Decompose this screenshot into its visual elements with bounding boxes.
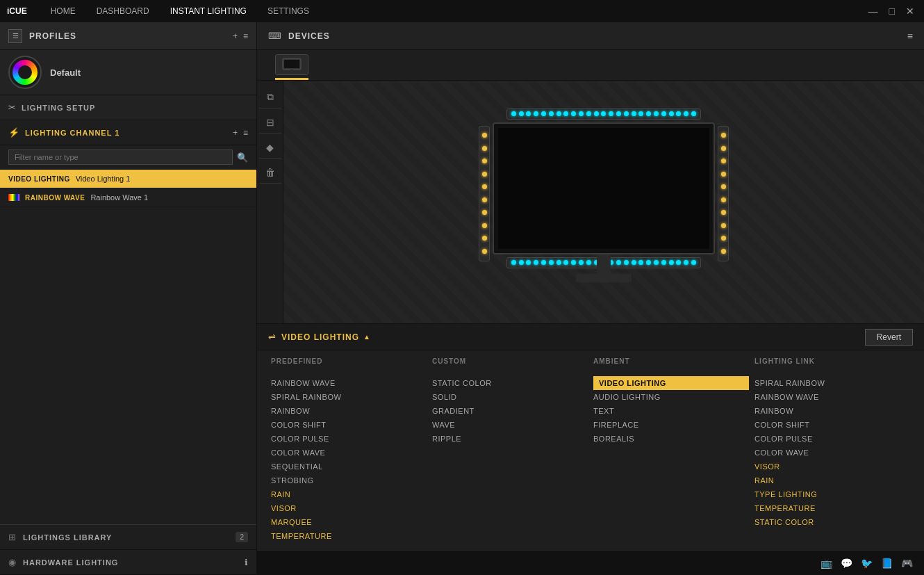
effect-type-label-2: RAINBOW WAVE bbox=[25, 194, 85, 202]
search-button[interactable]: 🔍 bbox=[237, 152, 248, 163]
footer-icon-twitch[interactable]: 📺 bbox=[820, 558, 832, 569]
effect-ll-color-shift[interactable]: COLOR SHIFT bbox=[754, 418, 910, 432]
effect-visor[interactable]: VISOR bbox=[271, 501, 427, 515]
effect-gradient[interactable]: GRADIENT bbox=[432, 404, 588, 418]
led-dot-b bbox=[624, 260, 629, 265]
led-dot-yellow bbox=[482, 223, 487, 228]
effect-solid[interactable]: SOLID bbox=[432, 390, 588, 404]
tool-delete[interactable]: 🗑 bbox=[259, 161, 281, 184]
effect-text[interactable]: TEXT bbox=[593, 404, 749, 418]
close-button[interactable]: ✕ bbox=[903, 4, 917, 18]
effect-ripple[interactable]: RIPPLE bbox=[432, 432, 588, 446]
library-icon: ⊞ bbox=[8, 532, 16, 542]
effect-ll-visor[interactable]: VISOR bbox=[754, 460, 910, 473]
effect-rain[interactable]: RAIN bbox=[271, 487, 427, 501]
effect-video-lighting[interactable]: VIDEO LIGHTING bbox=[593, 376, 749, 390]
dropdown-arrow-icon[interactable]: ▲ bbox=[363, 333, 370, 341]
filter-input[interactable] bbox=[8, 149, 233, 165]
revert-button[interactable]: Revert bbox=[865, 329, 913, 346]
effect-ll-rainbow[interactable]: RAINBOW bbox=[754, 404, 910, 418]
monitor-body bbox=[493, 122, 715, 254]
led-dot-yellow bbox=[482, 184, 487, 189]
led-dot-yellow-r bbox=[721, 249, 726, 254]
led-dot-yellow bbox=[482, 210, 487, 215]
effect-type-label: VIDEO LIGHTING bbox=[8, 175, 70, 183]
footer-icon-chat[interactable]: 💬 bbox=[841, 558, 852, 569]
profiles-header: ☰ PROFILES + ≡ bbox=[0, 22, 256, 50]
effect-ll-static-color[interactable]: STATIC COLOR bbox=[754, 515, 910, 529]
monitor-stand bbox=[597, 254, 611, 275]
effect-ll-type-lighting[interactable]: TYPE LIGHTING bbox=[754, 487, 910, 501]
effect-spiral-rainbow[interactable]: SPIRAL RAINBOW bbox=[271, 390, 427, 404]
lightings-library-item[interactable]: ⊞ LIGHTINGS LIBRARY 2 bbox=[0, 525, 256, 550]
led-dot bbox=[638, 111, 643, 116]
profiles-menu-button[interactable]: ≡ bbox=[243, 31, 248, 41]
effect-audio-lighting[interactable]: AUDIO LIGHTING bbox=[593, 390, 749, 404]
nav-settings[interactable]: SETTINGS bbox=[258, 2, 319, 20]
nav-home[interactable]: HOME bbox=[41, 2, 85, 20]
lighting-channel-title: LIGHTING CHANNEL 1 bbox=[25, 129, 233, 137]
tool-copy[interactable]: ⧉ bbox=[259, 86, 281, 108]
led-dot-yellow bbox=[482, 236, 487, 241]
channel-menu-button[interactable]: ≡ bbox=[243, 128, 248, 138]
effect-ll-temperature[interactable]: TEMPERATURE bbox=[754, 501, 910, 515]
minimize-button[interactable]: — bbox=[866, 4, 881, 18]
effect-color-wave[interactable]: COLOR WAVE bbox=[271, 446, 427, 460]
effect-sequential[interactable]: SEQUENTIAL bbox=[271, 460, 427, 473]
titlebar: iCUE HOME DASHBOARD INSTANT LIGHTING SET… bbox=[0, 0, 924, 22]
effect-wave[interactable]: WAVE bbox=[432, 418, 588, 432]
shuffle-icon: ⇌ bbox=[268, 332, 276, 342]
led-dot-b bbox=[586, 260, 591, 265]
footer-icon-discord[interactable]: 🎮 bbox=[901, 558, 913, 569]
effect-ll-color-pulse[interactable]: COLOR PULSE bbox=[754, 432, 910, 446]
effect-panel-title: VIDEO LIGHTING bbox=[281, 332, 359, 342]
devices-header: ⌨ DEVICES ≡ bbox=[257, 22, 924, 50]
tool-diamond[interactable]: ◆ bbox=[259, 136, 281, 159]
effect-temperature[interactable]: TEMPERATURE bbox=[271, 529, 427, 543]
effect-ll-rain[interactable]: RAIN bbox=[754, 473, 910, 487]
led-dot-b bbox=[549, 260, 554, 265]
led-dot-yellow bbox=[482, 146, 487, 151]
effect-color-shift[interactable]: COLOR SHIFT bbox=[271, 418, 427, 432]
effect-static-color[interactable]: STATIC COLOR bbox=[432, 376, 588, 390]
footer-icon-facebook[interactable]: 📘 bbox=[881, 558, 893, 569]
visualization-area: ⧉ ⊟ ◆ 🗑 bbox=[257, 81, 924, 323]
effect-ll-color-wave[interactable]: COLOR WAVE bbox=[754, 446, 910, 460]
effect-color-pulse[interactable]: COLOR PULSE bbox=[271, 432, 427, 446]
devices-menu-button[interactable]: ≡ bbox=[907, 31, 913, 42]
hardware-lighting-item[interactable]: ◉ HARDWARE LIGHTING ℹ bbox=[0, 550, 256, 575]
effect-ll-spiral-rainbow[interactable]: SPIRAL RAINBOW bbox=[754, 376, 910, 390]
monitor-tab-icon bbox=[281, 58, 302, 72]
effect-strobing[interactable]: STROBING bbox=[271, 473, 427, 487]
led-dot-b bbox=[563, 260, 568, 265]
lighting-setup-title: LIGHTING SETUP bbox=[22, 104, 248, 112]
profile-default[interactable]: Default bbox=[0, 50, 256, 95]
effect-marquee[interactable]: MARQUEE bbox=[271, 515, 427, 529]
monitor-container bbox=[283, 81, 924, 323]
category-ambient: AMBIENT VIDEO LIGHTING AUDIO LIGHTING TE… bbox=[591, 350, 752, 550]
tool-layers[interactable]: ⊟ bbox=[259, 111, 281, 133]
category-lighting-link: LIGHTING LINK SPIRAL RAINBOW RAINBOW WAV… bbox=[752, 350, 913, 550]
effect-ll-rainbow-wave[interactable]: RAINBOW WAVE bbox=[754, 390, 910, 404]
channel-add-button[interactable]: + bbox=[233, 128, 238, 138]
effect-item-video-lighting[interactable]: VIDEO LIGHTING Video Lighting 1 bbox=[0, 170, 256, 188]
led-dot-yellow-r bbox=[721, 223, 726, 228]
main-layout: ☰ PROFILES + ≡ Default ✂ LIGHTING SETUP … bbox=[0, 22, 924, 575]
effect-rainbow[interactable]: RAINBOW bbox=[271, 404, 427, 418]
profile-avatar bbox=[8, 56, 42, 89]
maximize-button[interactable]: □ bbox=[886, 4, 898, 18]
effect-rainbow-wave[interactable]: RAINBOW WAVE bbox=[271, 376, 427, 390]
led-strip-right bbox=[718, 126, 729, 261]
led-dot bbox=[632, 111, 636, 116]
nav-instant-lighting[interactable]: INSTANT LIGHTING bbox=[160, 2, 256, 20]
nav-dashboard[interactable]: DASHBOARD bbox=[87, 2, 159, 20]
footer-icon-twitter[interactable]: 🐦 bbox=[861, 558, 873, 569]
effects-list: VIDEO LIGHTING Video Lighting 1 RAINBOW … bbox=[0, 170, 256, 524]
effect-fireplace[interactable]: FIREPLACE bbox=[593, 418, 749, 432]
device-tab-monitor[interactable] bbox=[268, 50, 315, 80]
effect-item-rainbow-wave[interactable]: RAINBOW WAVE Rainbow Wave 1 bbox=[0, 188, 256, 207]
category-ambient-title: AMBIENT bbox=[593, 357, 749, 368]
effect-borealis[interactable]: BOREALIS bbox=[593, 432, 749, 446]
profiles-add-button[interactable]: + bbox=[233, 31, 238, 41]
right-panel: ⌨ DEVICES ≡ ⧉ bbox=[257, 22, 924, 575]
